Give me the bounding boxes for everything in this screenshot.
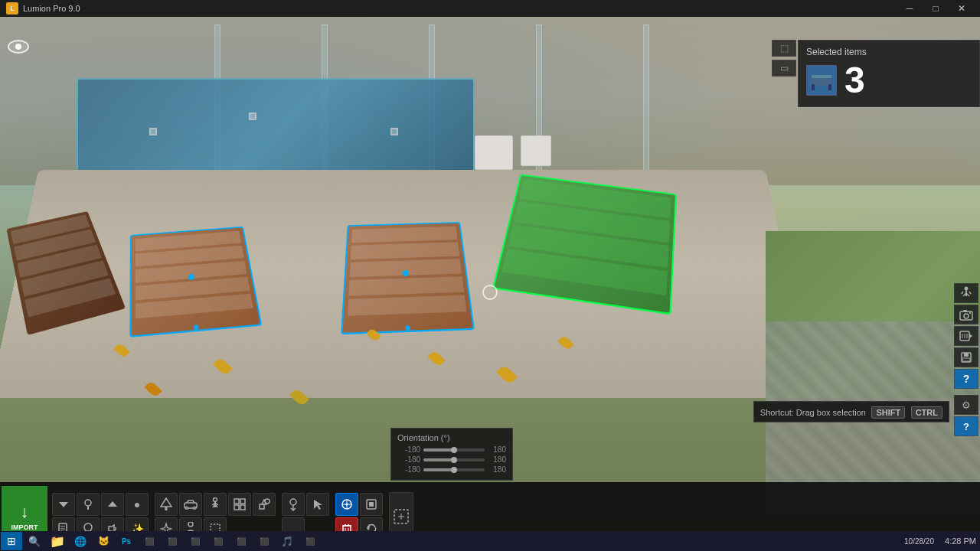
paint-icon [82, 498, 94, 510]
orient-slider-1[interactable] [423, 448, 485, 452]
taskbar-explorer[interactable]: 📁 [47, 532, 68, 550]
paint-button[interactable] [77, 493, 100, 516]
taskbar-photoshop[interactable]: Ps [116, 532, 137, 550]
snap-icon [365, 498, 377, 510]
tree-button[interactable] [155, 493, 178, 516]
orient-max-2: 180 [488, 455, 506, 464]
terrain-up-button[interactable] [101, 493, 124, 516]
walk-mode-button[interactable] [954, 283, 978, 303]
camera-view-1-button[interactable]: ⬚ [772, 40, 796, 57]
taskbar-app1[interactable]: ⬛ [139, 532, 160, 550]
orient-row-1: -180 180 [397, 445, 506, 454]
tree-icon [160, 497, 172, 511]
prop-box-1 [475, 135, 513, 170]
svg-point-22 [85, 500, 91, 506]
orient-max-3: 180 [488, 465, 506, 474]
place-button[interactable] [282, 493, 305, 516]
svg-rect-32 [185, 503, 197, 508]
up-arrow-icon [106, 498, 119, 510]
help2-button[interactable]: ? [954, 416, 978, 436]
search-taskbar[interactable]: 🔍 [24, 532, 45, 550]
orient-min-2: -180 [397, 455, 420, 464]
svg-line-8 [962, 292, 963, 294]
camera-capture-button[interactable] [954, 305, 978, 324]
snap-button[interactable] [360, 493, 383, 516]
settings-button[interactable]: ⚙ [954, 395, 978, 415]
svg-rect-31 [165, 507, 168, 510]
svg-rect-58 [369, 502, 374, 507]
shift-key-badge: SHIFT [871, 406, 905, 419]
taskbar-app7[interactable]: ⬛ [299, 532, 321, 550]
car-button[interactable] [179, 493, 202, 516]
selected-items-count: 3 [844, 62, 865, 99]
taskbar-app4[interactable]: ⬛ [207, 532, 229, 550]
right-toolbar: ? ⚙ ? [952, 283, 980, 436]
eye-toggle-icon[interactable] [8, 40, 29, 54]
video-render-button[interactable] [954, 326, 978, 346]
app-icon: L [6, 2, 18, 15]
camera-icon [959, 308, 973, 321]
prop-box-2 [521, 135, 551, 166]
select-arrow-icon [312, 498, 323, 510]
taskbar-spotify[interactable]: 🎵 [276, 532, 298, 550]
svg-marker-15 [969, 334, 972, 338]
grid-button[interactable] [228, 493, 251, 516]
camera-view-2-button[interactable]: ▭ [772, 60, 796, 77]
svg-point-11 [964, 314, 969, 318]
grid-icon [234, 498, 246, 510]
import-label: IMPORT [11, 523, 38, 531]
control-circle-1 [149, 128, 157, 135]
taskbar-app3[interactable]: ⬛ [185, 532, 206, 550]
maximize-button[interactable]: □ [923, 0, 948, 17]
chair-slats [348, 227, 466, 316]
svg-rect-41 [234, 499, 239, 504]
terrain-down-button[interactable] [52, 493, 75, 516]
ctrl-key-badge: CTRL [911, 406, 942, 419]
special-button[interactable] [253, 493, 276, 516]
glass-wall-5 [643, 24, 649, 185]
chair-slats [502, 179, 671, 295]
orient-slider-2[interactable] [423, 458, 485, 461]
svg-rect-44 [240, 505, 245, 510]
lounge-chair-selected-2[interactable] [341, 222, 475, 334]
3d-viewport[interactable]: ⬚ ▭ Selected items 3 [0, 17, 980, 551]
camera-view-icons: ⬚ ▭ [772, 40, 796, 77]
taskbar-edge[interactable]: 🌐 [70, 532, 91, 550]
taskbar-app5[interactable]: ⬛ [230, 532, 252, 550]
svg-rect-20 [964, 353, 969, 357]
context-button[interactable] [335, 493, 358, 516]
title-bar: L Lumion Pro 9.0 ─ □ ✕ [0, 0, 980, 17]
close-button[interactable]: ✕ [949, 0, 974, 17]
selected-items-content: 3 [806, 62, 972, 99]
svg-line-9 [969, 292, 971, 294]
taskbar-app2[interactable]: ⬛ [162, 532, 183, 550]
save-render-button[interactable] [954, 347, 978, 367]
person-button[interactable] [204, 493, 227, 516]
taskbar-github[interactable]: 🐱 [93, 532, 114, 550]
select-arrow-button[interactable] [306, 493, 329, 516]
svg-marker-30 [161, 498, 172, 507]
place-icon [287, 497, 299, 511]
selection-handle [405, 325, 410, 331]
minimize-button[interactable]: ─ [897, 0, 922, 17]
taskbar-app6[interactable]: ⬛ [253, 532, 275, 550]
orient-max-1: 180 [488, 445, 506, 454]
svg-rect-1 [812, 75, 831, 78]
chair-thumbnail-svg [808, 67, 835, 93]
shortcut-tooltip: Shortcut: Drag box selection SHIFT CTRL [753, 401, 949, 422]
video-icon [959, 330, 973, 342]
start-button[interactable]: ⊞ [1, 532, 22, 550]
dot-button[interactable]: ● [126, 493, 149, 516]
shortcut-text: Shortcut: Drag box selection [760, 408, 866, 417]
orient-min-1: -180 [397, 445, 420, 454]
selected-items-title: Selected items [806, 47, 972, 57]
lounge-chair-selected-1[interactable] [129, 227, 262, 337]
walk-icon [959, 286, 973, 300]
orient-slider-3[interactable] [423, 468, 485, 471]
pool [77, 78, 475, 185]
taskbar-time: 4:28 PM [945, 536, 976, 546]
svg-rect-2 [812, 84, 815, 90]
help-button[interactable]: ? [954, 369, 978, 389]
control-circle-3 [249, 112, 256, 120]
special-icon [258, 498, 270, 510]
